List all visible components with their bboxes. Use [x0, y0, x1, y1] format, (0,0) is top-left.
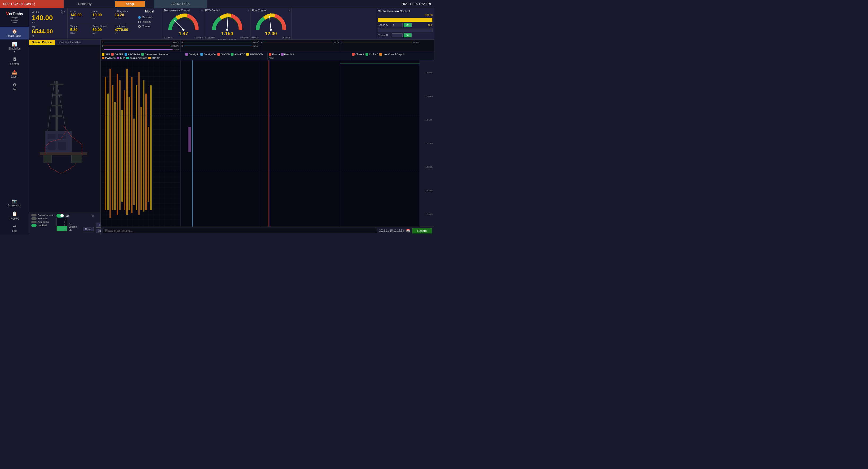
- reset-button[interactable]: Reset: [83, 227, 94, 231]
- legend-pwd: PWD Ann: [102, 57, 116, 59]
- pressure-plot: [101, 60, 181, 226]
- density-scale-line2: [184, 45, 251, 46]
- legend-choke-b: Choke B: [366, 53, 378, 56]
- model-radio-manual[interactable]: Mannual: [138, 16, 161, 19]
- ild-gauge-bar: 10 5 0 -5 -10: [57, 218, 67, 231]
- metric-cell-dt: Drilling Time 13.20 min/m: [113, 9, 135, 24]
- status-hydraulic: Hydraulic: [31, 217, 54, 220]
- svg-rect-19: [58, 142, 66, 150]
- calendar-icon[interactable]: 📅: [406, 229, 410, 232]
- gauge-panels: Backpressure Control ≡: [163, 8, 376, 39]
- flow-plot-svg: [260, 60, 340, 226]
- ild-settings-icon[interactable]: ≡: [92, 214, 94, 217]
- choke-a-ok-btn[interactable]: OK: [404, 23, 412, 27]
- choke-b-input[interactable]: [392, 33, 403, 37]
- model-radio-control[interactable]: Control: [138, 25, 161, 28]
- chart-section: 0 35MPa 0 150MPa 0: [101, 40, 434, 234]
- scale-line-blue: [104, 42, 171, 42]
- choke-b-label: Choke B: [378, 34, 391, 37]
- legend-den-in-dot: [185, 53, 188, 56]
- ecd-settings-icon[interactable]: ≡: [248, 9, 249, 12]
- time-label-3: 12:15:5: [420, 132, 434, 155]
- svg-point-7: [270, 29, 272, 31]
- legend-srp-dot: [148, 57, 151, 59]
- ild-toggle[interactable]: ILD: [57, 214, 69, 218]
- ild-toggle-switch[interactable]: [57, 214, 64, 218]
- metric-dt-label: Drilling Time: [115, 10, 134, 13]
- choke-a-bar: [378, 18, 433, 22]
- chart-legends-row: SPP Est SPP AP-SP- Pre: [101, 52, 434, 60]
- bp-settings-icon[interactable]: ≡: [201, 9, 203, 12]
- tab-downhole[interactable]: Downhole Condition: [55, 40, 84, 45]
- ecd-title: ECD Control: [205, 9, 220, 12]
- bp-range: 0.00MPa 9.00MPa: [164, 37, 203, 39]
- exit-icon: ↩: [13, 224, 16, 229]
- drill-image-area: [29, 45, 100, 212]
- time-label-0: 12:00:5: [420, 61, 434, 85]
- tab-ground-process[interactable]: Ground Process: [29, 40, 55, 45]
- nav-item-screenshot[interactable]: 📷 Screenshot: [0, 196, 29, 209]
- flow-settings-icon[interactable]: ≡: [289, 9, 290, 12]
- svg-rect-39: [141, 107, 142, 210]
- flow-value: 12.00: [265, 31, 277, 37]
- radio-init-dot: [138, 21, 141, 23]
- nav-item-set[interactable]: ⚙ Set: [0, 80, 29, 93]
- logo-area: VerTechs intelligentpressurecontrol: [3, 10, 27, 25]
- flow-title: Flow Control: [251, 9, 266, 12]
- pressure-plot-svg: [101, 60, 180, 226]
- stop-button[interactable]: Stop: [115, 1, 145, 7]
- metric-rpm-label: Rotary Speed: [93, 25, 111, 28]
- legend-density-out: Density Out: [200, 53, 216, 56]
- legend-srp: SRP SP: [148, 57, 160, 59]
- model-radio-init[interactable]: Initialize: [138, 21, 161, 23]
- chart-columns-wrapper: SPP Est SPP AP-SP- Pre: [101, 52, 434, 226]
- logging-icon: 📋: [12, 211, 17, 216]
- svg-point-4: [226, 29, 228, 31]
- status-sim-dot: [31, 221, 37, 223]
- status-items: Communication Hydraulic Simulation: [31, 214, 54, 233]
- legend-density-in: Density In: [185, 53, 199, 56]
- nav-item-simulation[interactable]: 📊 Simulation ▼: [0, 39, 29, 55]
- legend-choke-a: Choke A: [352, 53, 365, 56]
- metric-torque-unit: kN.m: [70, 32, 89, 34]
- nav-item-exit[interactable]: ↩ Exit: [0, 222, 29, 234]
- ecd-value: 1.154: [221, 31, 233, 37]
- tabs-row: Ground Process Downhole Condition: [29, 40, 100, 45]
- svg-line-0: [174, 21, 183, 30]
- metric-torque-val: 5.80: [70, 28, 89, 32]
- choke-b-ok-btn[interactable]: OK: [404, 33, 412, 37]
- plot-area: 12:00:5 12:05:5 12:10:5 12:15:5: [101, 60, 434, 226]
- metric-wob-label: WOB: [70, 10, 89, 13]
- choke-scale-line: [343, 42, 412, 42]
- wob-info-icon[interactable]: ⓘ: [61, 9, 65, 14]
- svg-rect-16: [48, 134, 56, 139]
- nav-item-main-page[interactable]: 🏠 Main Page: [0, 27, 29, 39]
- legend-bh-ecd-dot: [217, 53, 220, 56]
- metrics-row: WOB ⓘ 140.00 kN MD 6544.00 m WOB 140.00 …: [29, 8, 434, 40]
- ild-label: ILD: [65, 214, 69, 217]
- remarks-input[interactable]: [103, 228, 377, 233]
- nav-item-control[interactable]: 🎛 Control: [0, 55, 29, 68]
- nav-item-export[interactable]: 📤 Export: [0, 68, 29, 80]
- metric-cell-rop: ROP 10.00 m/h: [91, 9, 113, 24]
- ild-vol-label: ILD Volume:: [69, 222, 78, 228]
- svg-rect-33: [126, 69, 128, 215]
- status-manifold-label: Manifold: [38, 224, 46, 227]
- svg-point-1: [182, 29, 184, 31]
- scale-line-purple: [104, 49, 173, 50]
- status-manifold: Manifold: [31, 224, 54, 227]
- svg-rect-35: [131, 77, 132, 213]
- bottom-bar: 2023-11-15 12:15:53 📅 Record: [101, 226, 434, 234]
- choke-a-input[interactable]: [392, 23, 403, 27]
- bp-gauge: 1.47: [166, 12, 200, 37]
- svg-rect-37: [136, 85, 137, 210]
- legend-spp: SPP: [102, 53, 110, 56]
- svg-rect-22: [44, 155, 52, 163]
- control-icon: 🎛: [12, 57, 17, 62]
- time-label-6: 12:30:5: [420, 202, 434, 226]
- legend-den-out-dot: [200, 53, 203, 56]
- nav-item-logging[interactable]: 📋 Logging: [0, 209, 29, 222]
- svg-rect-10: [50, 84, 64, 85]
- legend-bhp: BHP: [117, 57, 125, 59]
- record-button[interactable]: Record: [412, 228, 432, 233]
